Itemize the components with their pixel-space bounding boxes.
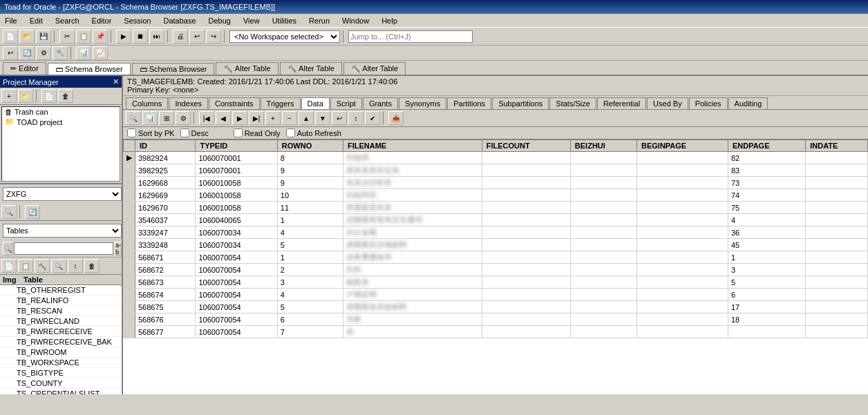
menu-debug[interactable]: Debug (207, 16, 233, 26)
cell-beizhui[interactable] (570, 164, 636, 177)
table-row[interactable]: 1629670 1060010058 11 房屋租赁东东 75 (124, 202, 868, 214)
cell-rowno[interactable]: 7 (277, 326, 343, 338)
cell-filename[interactable]: 户籍证明 (343, 289, 482, 301)
cell-endpage[interactable]: 82 (728, 152, 805, 164)
tb2-btn1[interactable]: ↩ (3, 46, 18, 60)
col-endpage[interactable]: ENDPAGE (728, 140, 805, 152)
table-row[interactable]: 1629669 1060010058 10 刘知州东 74 (124, 189, 868, 202)
cell-filecount[interactable] (482, 301, 570, 313)
col-id[interactable]: ID (135, 140, 196, 152)
new-btn[interactable]: 📄 (3, 30, 18, 44)
table-filter-input[interactable] (14, 242, 113, 255)
data-filter-btn[interactable]: 🔍 (126, 111, 141, 125)
cell-beginpage[interactable] (637, 313, 728, 326)
table-row[interactable]: 1629668 1060010058 9 东东沙沙村东 73 (124, 177, 868, 189)
menu-edit[interactable]: Edit (28, 16, 45, 26)
cell-indate[interactable] (806, 251, 868, 264)
schema-select[interactable]: ZXFG (3, 187, 122, 201)
cell-filename[interactable]: 刘东 (343, 264, 482, 276)
cell-indate[interactable] (806, 202, 868, 214)
tab-policies[interactable]: Policies (689, 97, 728, 109)
cell-filename[interactable]: 业务费通知书 (343, 251, 482, 264)
cell-id[interactable]: 568673 (135, 276, 196, 289)
cell-typeid[interactable]: 1060070054 (196, 251, 277, 264)
cell-beizhui[interactable] (570, 276, 636, 289)
cell-typeid[interactable]: 1060070054 (196, 289, 277, 301)
tab-synonyms[interactable]: Synonyms (399, 97, 446, 109)
cell-typeid[interactable]: 1060070034 (196, 239, 277, 251)
cell-beginpage[interactable] (637, 226, 728, 239)
cell-beizhui[interactable] (570, 326, 636, 338)
cell-endpage[interactable]: 4 (728, 214, 805, 226)
cell-rowno[interactable]: 9 (277, 177, 343, 189)
table-row[interactable]: 568673 1060070054 3 核批东 5 (124, 276, 868, 289)
list-item[interactable]: TB_RWRECRECEIVE_BAK (0, 337, 122, 347)
data-tb-btn4[interactable]: ⚙ (176, 111, 191, 125)
col-rowno[interactable]: ROWNO (277, 140, 343, 152)
cell-rowno[interactable]: 9 (277, 164, 343, 177)
table-list[interactable]: TB_OTHERREGIST TB_REALINFO TB_RESCAN TB_… (0, 285, 122, 394)
tl-sort-btn[interactable]: ↕ (68, 259, 83, 273)
cell-beizhui[interactable] (570, 177, 636, 189)
cell-typeid[interactable]: 1060010058 (196, 202, 277, 214)
cell-typeid[interactable]: 1060070054 (196, 264, 277, 276)
cell-beginpage[interactable] (637, 189, 728, 202)
cell-beizhui[interactable] (570, 264, 636, 276)
folder-btn[interactable]: 📁 (18, 89, 33, 103)
ab-btn[interactable]: a-b (115, 242, 122, 255)
cell-endpage[interactable]: 5 (728, 276, 805, 289)
table-row[interactable]: 3546037 1060040065 1 忠限限有有有文住通书 4 (124, 214, 868, 226)
tb2-btn2[interactable]: 🔄 (19, 46, 35, 60)
save-btn[interactable]: 💾 (36, 30, 51, 44)
cell-indate[interactable] (806, 177, 868, 189)
cell-beginpage[interactable] (637, 177, 728, 189)
cell-filecount[interactable] (482, 152, 570, 164)
project-tree[interactable]: 🗑 Trash can 📁 TOAD project (1, 106, 120, 182)
menu-window[interactable]: Window (340, 16, 371, 26)
cell-filecount[interactable] (482, 164, 570, 177)
cell-beizhui[interactable] (570, 289, 636, 301)
cell-indate[interactable] (806, 264, 868, 276)
cell-beginpage[interactable] (637, 289, 728, 301)
table-row[interactable]: 568676 1060070054 6 关联 18 (124, 313, 868, 326)
cell-filename[interactable]: 东东沙沙村东 (343, 177, 482, 189)
add-project-btn[interactable]: + (1, 89, 17, 103)
cell-filecount[interactable] (482, 289, 570, 301)
stop-btn[interactable]: ⏹ (133, 30, 148, 44)
tb2-btn6[interactable]: 📈 (93, 46, 108, 60)
cell-rowno[interactable]: 1 (277, 214, 343, 226)
cell-indate[interactable] (806, 326, 868, 338)
cell-id[interactable]: 568676 (135, 313, 196, 326)
cell-indate[interactable] (806, 164, 868, 177)
cell-id[interactable]: 568677 (135, 326, 196, 338)
cell-indate[interactable] (806, 313, 868, 326)
cell-beginpage[interactable] (637, 264, 728, 276)
cell-filecount[interactable] (482, 177, 570, 189)
del-btn[interactable]: 🗑 (58, 89, 73, 103)
new-file-btn[interactable]: 📄 (41, 89, 57, 103)
menu-file[interactable]: File (3, 16, 19, 26)
tab-triggers[interactable]: Triggers (261, 97, 301, 109)
cell-beginpage[interactable] (637, 301, 728, 313)
tab-script[interactable]: Script (330, 97, 362, 109)
menu-view[interactable]: View (241, 16, 262, 26)
tl-btn2[interactable]: 📋 (18, 259, 33, 273)
cell-beizhui[interactable] (570, 251, 636, 264)
nav-del-btn[interactable]: − (282, 111, 297, 125)
cell-id[interactable]: 568674 (135, 289, 196, 301)
tab-grants[interactable]: Grants (363, 97, 398, 109)
data-export-btn[interactable]: 📤 (388, 111, 404, 125)
cell-typeid[interactable]: 1060070054 (196, 313, 277, 326)
type-select[interactable]: Tables (3, 224, 122, 238)
cell-filename[interactable]: 核批东 (343, 276, 482, 289)
cell-beizhui[interactable] (570, 214, 636, 226)
cell-beizhui[interactable] (570, 239, 636, 251)
nav-sort-btn[interactable]: ↕ (348, 111, 364, 125)
cell-filename[interactable]: 忠限限有有有文住通书 (343, 214, 482, 226)
cell-indate[interactable] (806, 214, 868, 226)
table-row[interactable]: 568677 1060070054 7 东 (124, 326, 868, 338)
cell-typeid[interactable]: 1060040065 (196, 214, 277, 226)
filter-btn[interactable]: 🔍 (1, 205, 17, 219)
list-item[interactable]: TB_WORKSPACE (0, 358, 122, 368)
cell-filecount[interactable] (482, 313, 570, 326)
